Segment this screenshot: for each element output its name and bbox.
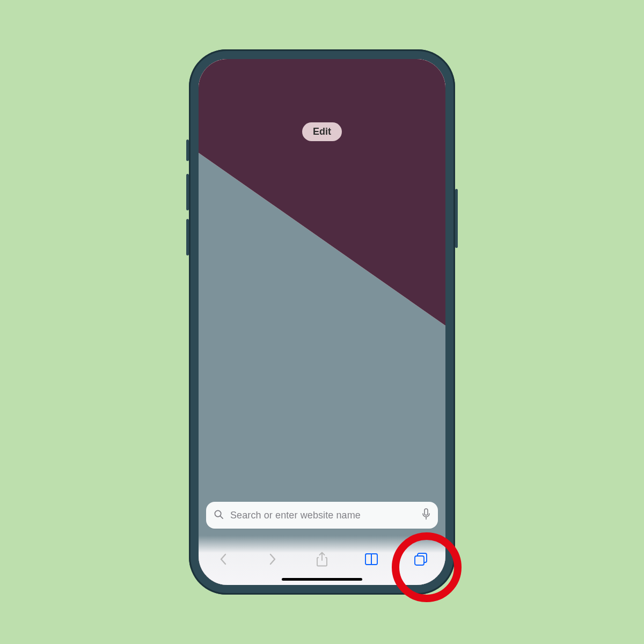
tabs-button[interactable]: [412, 551, 429, 568]
home-indicator[interactable]: [282, 578, 362, 581]
volume-up-button[interactable]: [186, 174, 189, 210]
forward-button[interactable]: [264, 551, 281, 568]
back-button[interactable]: [215, 551, 232, 568]
svg-line-8: [221, 516, 223, 518]
screen: 4:15: [199, 59, 445, 585]
power-button[interactable]: [455, 189, 458, 248]
safari-toolbar: [199, 546, 445, 572]
safari-bottom-bar: Search or enter website name: [199, 502, 445, 585]
svg-rect-11: [415, 556, 424, 565]
address-search-field[interactable]: Search or enter website name: [206, 502, 438, 529]
svg-rect-9: [425, 509, 428, 515]
search-icon: [214, 509, 224, 522]
microphone-icon[interactable]: [422, 508, 430, 522]
share-button[interactable]: [313, 551, 331, 568]
volume-down-button[interactable]: [186, 219, 189, 255]
bookmarks-button[interactable]: [363, 551, 380, 568]
edit-label: Edit: [313, 126, 331, 137]
search-placeholder: Search or enter website name: [230, 510, 422, 521]
edit-start-page-button[interactable]: Edit: [302, 122, 342, 141]
phone-frame: 4:15: [189, 49, 455, 595]
mute-switch[interactable]: [186, 140, 189, 161]
